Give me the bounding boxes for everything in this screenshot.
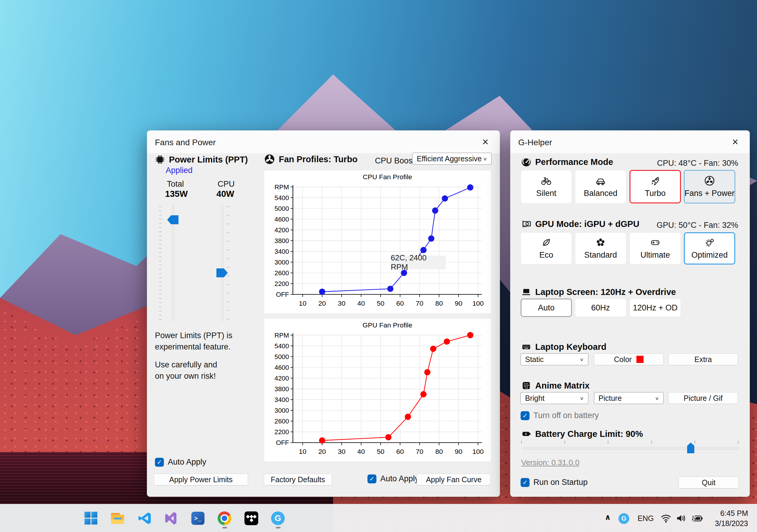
fan-curve-point[interactable] xyxy=(432,208,438,214)
fan-auto-apply-checkbox[interactable]: ✓ xyxy=(368,474,377,483)
language-indicator[interactable]: ENG xyxy=(638,514,654,523)
gpu-mode-optimized-button[interactable]: Optimized xyxy=(684,232,735,265)
g-helper-window: G-Helper × Performance Mode CPU: 48°C - … xyxy=(510,130,750,497)
performance-mode-header: Performance Mode xyxy=(521,157,613,167)
power-auto-apply-row: ✓ Auto Apply xyxy=(155,458,206,467)
matrix-icon xyxy=(521,380,531,391)
gpu-fan-profile-chart[interactable]: OFF220026003000340038004200460050005400R… xyxy=(264,319,491,462)
fan-curve-point[interactable] xyxy=(442,195,448,202)
fan-auto-apply-row: ✓ Auto Apply xyxy=(368,474,419,483)
factory-defaults-button[interactable]: Factory Defaults xyxy=(264,474,332,486)
powershell-button[interactable]: >_ xyxy=(191,511,205,525)
visual-studio-button[interactable] xyxy=(164,511,178,525)
cpu-power-slider[interactable] xyxy=(221,205,224,321)
run-on-startup-checkbox[interactable]: ✓ xyxy=(521,478,530,487)
g-helper-taskbar-button[interactable]: G xyxy=(271,511,285,525)
close-icon[interactable]: × xyxy=(479,135,492,149)
apply-power-limits-button[interactable]: Apply Power Limits xyxy=(154,474,248,486)
cpu-value: 40W xyxy=(216,189,234,199)
fan-point-tooltip: 62C, 2400 RPM xyxy=(391,256,446,269)
perf-mode-fans-power-button[interactable]: Fans + Power xyxy=(684,170,735,203)
battery-charging-icon[interactable] xyxy=(691,513,703,524)
battery-charge-slider-thumb[interactable] xyxy=(687,442,694,453)
power-auto-apply-label: Auto Apply xyxy=(168,458,206,467)
svg-text:3000: 3000 xyxy=(275,407,289,414)
chevron-down-icon: ∨ xyxy=(483,156,487,161)
battery-charge-slider[interactable] xyxy=(522,447,739,450)
svg-text:3000: 3000 xyxy=(275,259,289,266)
screen-60hz-button[interactable]: 60Hz xyxy=(575,298,626,317)
g-helper-titlebar[interactable]: G-Helper × xyxy=(510,131,749,153)
anime-brightness-select[interactable]: Bright ∨ xyxy=(521,392,588,404)
svg-text:40: 40 xyxy=(357,448,365,455)
svg-text:3400: 3400 xyxy=(275,396,289,404)
anime-mode-select[interactable]: Picture ∨ xyxy=(594,392,664,404)
svg-text:80: 80 xyxy=(435,299,443,307)
clock[interactable]: 6:45 PM 3/18/2023 xyxy=(705,508,748,528)
visual-studio-icon xyxy=(164,511,178,525)
perf-mode-balanced-button[interactable]: Balanced xyxy=(575,170,626,203)
rocket-icon xyxy=(650,175,661,186)
gpu-mode-eco-button[interactable]: Eco xyxy=(521,232,572,265)
fan-curve-point[interactable] xyxy=(424,369,431,376)
keyboard-extra-button[interactable]: Extra xyxy=(668,353,738,365)
keyboard-color-button[interactable]: Color xyxy=(594,353,664,365)
fans-window-titlebar[interactable]: Fans and Power × xyxy=(147,131,500,153)
keyboard-mode-select[interactable]: Static ∨ xyxy=(521,353,588,365)
quit-button[interactable]: Quit xyxy=(679,477,739,489)
svg-text:GPU Fan Profile: GPU Fan Profile xyxy=(363,321,412,329)
fan-curve-point[interactable] xyxy=(420,247,427,253)
fan-curve-point[interactable] xyxy=(467,184,473,190)
total-power-slider-thumb[interactable] xyxy=(167,215,178,224)
cpu-boost-select[interactable]: Efficient Aggressive ∨ xyxy=(412,153,492,165)
screen-auto-button[interactable]: Auto xyxy=(521,298,572,317)
g-helper-tray-icon[interactable]: G xyxy=(619,513,629,524)
anime-picture-gif-button[interactable]: Picture / Gif xyxy=(668,392,738,404)
fan-curve-point[interactable] xyxy=(467,332,473,338)
file-explorer-button[interactable] xyxy=(110,511,125,525)
fan-curve-point[interactable] xyxy=(319,437,325,444)
gpu-card-icon xyxy=(521,219,531,229)
chrome-button[interactable] xyxy=(217,511,232,525)
svg-text:80: 80 xyxy=(435,448,443,455)
vscode-icon xyxy=(137,511,152,525)
fan-curve-point[interactable] xyxy=(405,414,411,420)
svg-text:RPM: RPM xyxy=(275,183,289,191)
cpu-fan-profile-chart[interactable]: OFF220026003000340038004200460050005400R… xyxy=(264,170,491,313)
svg-text:OFF: OFF xyxy=(276,439,289,446)
fan-curve-point[interactable] xyxy=(319,289,325,295)
svg-text:20: 20 xyxy=(318,299,326,307)
svg-text:3800: 3800 xyxy=(275,237,289,244)
anime-matrix-header: Anime Matrix xyxy=(521,380,590,391)
perf-mode-silent-button[interactable]: Silent xyxy=(521,170,572,203)
volume-icon[interactable] xyxy=(676,513,687,524)
fan-curve-point[interactable] xyxy=(420,391,427,398)
fan-curve-point[interactable] xyxy=(385,434,392,440)
turn-off-on-battery-checkbox[interactable]: ✓ xyxy=(521,411,530,420)
fan-curve-point[interactable] xyxy=(428,235,434,241)
gpu-mode-standard-button[interactable]: Standard xyxy=(575,232,626,265)
version-link[interactable]: Version: 0.31.0.0 xyxy=(521,458,579,467)
power-auto-apply-checkbox[interactable]: ✓ xyxy=(155,458,164,467)
fan-curve-point[interactable] xyxy=(430,346,437,352)
svg-text:5000: 5000 xyxy=(275,205,289,212)
tray-chevron-up-icon[interactable]: ∧ xyxy=(602,513,614,522)
svg-text:60: 60 xyxy=(396,448,404,455)
apply-fan-curve-button[interactable]: Apply Fan Curve xyxy=(417,474,491,486)
start-button[interactable] xyxy=(84,511,98,525)
vscode-button[interactable] xyxy=(137,511,152,525)
svg-text:2200: 2200 xyxy=(275,428,289,436)
perf-mode-turbo-button[interactable]: Turbo xyxy=(629,170,681,203)
chevron-down-icon: ∨ xyxy=(580,357,584,362)
fan-curve-point[interactable] xyxy=(387,286,393,292)
power-limits-header: Power Limits (PPT) xyxy=(155,154,248,165)
tidal-button[interactable] xyxy=(244,511,258,525)
close-icon[interactable]: × xyxy=(729,135,742,149)
screen-120hz-od-button[interactable]: 120Hz + OD xyxy=(629,298,681,317)
gpu-mode-ultimate-button[interactable]: Ultimate xyxy=(629,232,681,265)
fan-curve-point[interactable] xyxy=(444,338,450,345)
wifi-icon[interactable] xyxy=(660,513,672,524)
cpu-power-slider-thumb[interactable] xyxy=(216,268,228,277)
laptop-icon xyxy=(521,287,531,297)
fan-icon xyxy=(704,175,715,186)
